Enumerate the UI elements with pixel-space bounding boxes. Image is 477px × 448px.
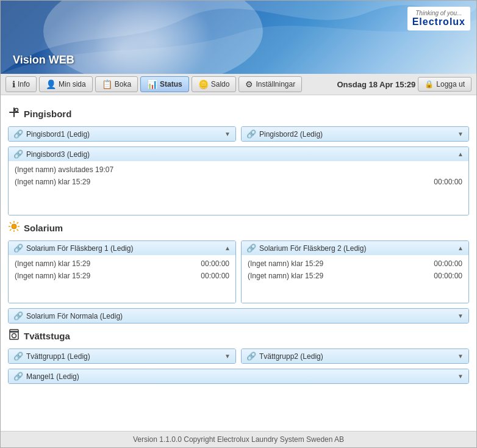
header: Vision WEB Thinking of you... Electrolux [1,1,476,74]
table-row: (Inget namn) klar 15:29 00:00:00 [242,270,468,282]
svg-line-10 [17,229,19,231]
tvattgrupp2-header-left: 🔗 Tvättgrupp2 (Ledig) [246,352,323,361]
app-wrapper: Vision WEB Thinking of you... Electrolux… [0,0,477,448]
table-row: (Inget namn) klar 15:29 00:00:00 [9,176,468,188]
solarium1-row2-left: (Inget namn) klar 15:29 [15,272,90,280]
lock-icon: 🔒 [425,80,434,89]
tvattgrupp1-widget: 🔗 Tvättgrupp1 (Ledig) ▼ [8,349,236,364]
pingisbord2-label: Pingisbord2 (Ledig) [259,130,323,139]
header-title: Vision WEB [13,54,74,67]
tvattgrupp1-chevron: ▼ [224,353,231,359]
content-area: Pingisbord 🔗 Pingisbord1 (Ledig) ▼ 🔗 [1,95,476,431]
pingisbord-row1: 🔗 Pingisbord1 (Ledig) ▼ 🔗 Pingisbord2 (L… [8,126,469,142]
pingisbord-section-label: Pingisbord [24,109,71,119]
pingisbord-icon [8,106,20,121]
tvattstuga-row1: 🔗 Tvättgrupp1 (Ledig) ▼ 🔗 Tvättgrupp2 (L… [8,349,469,364]
solarium2-chevron: ▲ [457,245,464,251]
pingisbord1-widget: 🔗 Pingisbord1 (Ledig) ▼ [8,126,236,142]
resource-icon-mangel1: 🔗 [13,372,23,381]
solarium3-header-left: 🔗 Solarium För Normala (Ledig) [13,311,123,320]
nav-installningar-button[interactable]: ⚙ Inställningar [238,76,302,92]
pingisbord3-header-left: 🔗 Pingisbord3 (Ledig) [13,150,90,159]
pingisbord3-row2-left: (Inget namn) klar 15:29 [15,178,90,186]
solarium2-row1-right: 00:00:00 [434,259,462,268]
solarium2-row1-left: (Inget namn) klar 15:29 [248,259,323,268]
solarium1-chevron: ▲ [224,245,231,251]
solarium3-header[interactable]: 🔗 Solarium För Normala (Ledig) ▼ [9,309,468,323]
tvattgrupp2-label: Tvättgrupp2 (Ledig) [259,352,323,361]
tvattgrupp1-header[interactable]: 🔗 Tvättgrupp1 (Ledig) ▼ [9,349,235,363]
mangel1-header-left: 🔗 Mangel1 (Ledig) [13,372,79,381]
solarium2-spacer [242,282,468,300]
nav-boka-label: Boka [115,80,131,89]
saldo-icon: 🪙 [198,79,209,89]
footer-text: Version 1.1.0.0 Copyright Electrolux Lau… [133,435,344,444]
pingisbord2-chevron: ▼ [457,131,464,137]
pingisbord-row2: 🔗 Pingisbord3 (Ledig) ▲ (Inget namn) avs… [8,146,469,215]
nav-boka-button[interactable]: 📋 Boka [95,76,138,92]
tvattstuga-section-label: Tvättstuga [24,331,70,341]
nav-info-label: Info [18,80,30,89]
pingisbord2-header[interactable]: 🔗 Pingisbord2 (Ledig) ▼ [242,127,468,141]
pingisbord1-header-left: 🔗 Pingisbord1 (Ledig) [13,129,90,139]
info-icon: ℹ [12,79,15,89]
resource-icon-solarium1: 🔗 [13,244,23,253]
mangel1-widget: 🔗 Mangel1 (Ledig) ▼ [8,369,469,384]
solarium1-row2-right: 00:00:00 [201,272,229,280]
resource-icon-pingisbord1: 🔗 [13,129,23,139]
resource-icon-pingisbord3: 🔗 [13,150,23,159]
pingisbord2-widget: 🔗 Pingisbord2 (Ledig) ▼ [241,126,469,142]
svg-point-4 [12,224,16,229]
pingisbord3-header[interactable]: 🔗 Pingisbord3 (Ledig) ▲ [9,147,468,161]
pingisbord1-header[interactable]: 🔗 Pingisbord1 (Ledig) ▼ [9,127,235,141]
nav-saldo-button[interactable]: 🪙 Saldo [192,76,237,92]
nav-status-button[interactable]: 📊 Status [140,76,189,92]
tvattgrupp1-label: Tvättgrupp1 (Ledig) [26,352,90,361]
navbar: ℹ Info 👤 Min sida 📋 Boka 📊 Status 🪙 Sald… [1,74,476,95]
tvattstuga-row2: 🔗 Mangel1 (Ledig) ▼ [8,369,469,384]
footer: Version 1.1.0.0 Copyright Electrolux Lau… [1,431,476,447]
header-logo: Thinking of you... Electrolux [407,7,470,31]
svg-line-9 [10,222,12,224]
tvattgrupp2-header[interactable]: 🔗 Tvättgrupp2 (Ledig) ▼ [242,349,468,363]
svg-line-11 [17,222,19,224]
table-row: (Inget namn) klar 15:29 00:00:00 [9,258,235,270]
nav-installningar-label: Inställningar [256,80,295,89]
solarium1-header[interactable]: 🔗 Solarium För Fläskberg 1 (Ledig) ▲ [9,241,235,255]
solarium2-label: Solarium För Fläskberg 2 (Ledig) [259,244,366,253]
nav-min-sida-button[interactable]: 👤 Min sida [39,76,93,92]
table-row: (Inget namn) klar 15:29 00:00:00 [9,270,235,282]
solarium-section-label: Solarium [24,223,63,233]
mangel1-header[interactable]: 🔗 Mangel1 (Ledig) ▼ [9,369,468,383]
tvattgrupp1-header-left: 🔗 Tvättgrupp1 (Ledig) [13,352,90,361]
logout-button[interactable]: 🔒 Logga ut [418,77,472,92]
pingisbord3-label: Pingisbord3 (Ledig) [26,150,90,159]
solarium1-row1-right: 00:00:00 [201,259,229,268]
navbar-date: Onsdag 18 Apr 15:29 [337,80,415,89]
solarium2-header[interactable]: 🔗 Solarium För Fläskberg 2 (Ledig) ▲ [242,241,468,255]
tvattstuga-section-header: Tvättstuga [8,328,469,344]
solarium1-header-left: 🔗 Solarium För Fläskberg 1 (Ledig) [13,244,133,253]
laundry-icon [8,328,20,344]
nav-status-label: Status [160,80,182,89]
resource-icon-solarium3: 🔗 [13,311,23,320]
pingisbord3-widget: 🔗 Pingisbord3 (Ledig) ▲ (Inget namn) avs… [8,146,469,215]
logo-brand: Electrolux [412,16,465,27]
laundry-svg-icon [8,328,20,341]
solarium2-content: (Inget namn) klar 15:29 00:00:00 (Inget … [242,255,468,303]
pingisbord-section-header: Pingisbord [8,106,469,121]
pingisbord3-spacer [9,188,468,212]
tvattgrupp2-widget: 🔗 Tvättgrupp2 (Ledig) ▼ [241,349,469,364]
svg-point-3 [15,109,18,112]
nav-info-button[interactable]: ℹ Info [5,76,37,92]
solarium2-row2-right: 00:00:00 [434,272,462,280]
gear-icon: ⚙ [245,79,253,89]
solarium3-chevron: ▼ [457,313,464,319]
solarium1-row1-left: (Inget namn) klar 15:29 [15,259,90,268]
resource-icon-solarium2: 🔗 [246,244,256,253]
solarium-row1: 🔗 Solarium För Fläskberg 1 (Ledig) ▲ (In… [8,240,469,303]
solarium2-widget: 🔗 Solarium För Fläskberg 2 (Ledig) ▲ (In… [241,240,469,303]
resource-icon-tvattgrupp2: 🔗 [246,352,256,361]
table-row: (Inget namn) avslutades 19:07 [9,164,468,176]
solarium1-label: Solarium För Fläskberg 1 (Ledig) [26,244,133,253]
